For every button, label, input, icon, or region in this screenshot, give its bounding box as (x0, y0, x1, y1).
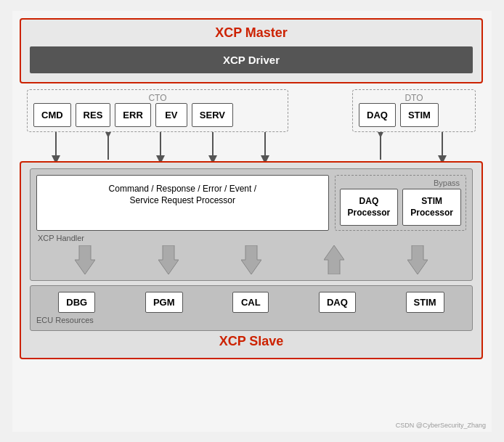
arrow-cmd (47, 132, 65, 161)
ecu-label: ECU Resources (36, 316, 466, 324)
arrow-serv (256, 132, 274, 161)
bypass-label: Bypass (434, 179, 460, 187)
ecu-resources: DBG PGM CAL DAQ STIM ECU Resources (30, 285, 473, 331)
packet-daq: DAQ (359, 103, 396, 127)
slave-top-row: Command / Response / Error / Event /Serv… (36, 175, 466, 232)
arrow-stim-dto (434, 132, 451, 161)
svg-marker-13 (241, 245, 261, 274)
svg-marker-12 (158, 245, 179, 274)
svg-marker-11 (75, 245, 95, 274)
arrow-err (152, 132, 169, 161)
slave-arrow-4 (324, 245, 344, 274)
ecu-dbg: DBG (58, 292, 95, 313)
arrow-res (99, 132, 117, 161)
daq-processor-box: DAQProcessor (340, 189, 399, 226)
slave-arrow-3 (241, 245, 261, 274)
slave-arrow-2 (158, 245, 179, 274)
stim-processor-box: STIMProcessor (402, 189, 461, 226)
full-layout: XCP Master XCP Driver CTO CMD RES ERR EV… (20, 18, 483, 360)
ecu-daq: DAQ (319, 292, 356, 313)
watermark: CSDN @CyberSecurity_Zhang (396, 422, 486, 429)
xcp-driver-box: XCP Driver (30, 46, 473, 73)
svg-marker-15 (407, 245, 428, 274)
xcp-master-box: XCP Master XCP Driver (20, 18, 483, 83)
xcp-slave-title: XCP Slave (30, 334, 473, 349)
xcp-master-title: XCP Master (30, 25, 473, 41)
slave-arrow-1 (75, 245, 95, 274)
packet-cmd: CMD (33, 103, 71, 127)
packet-serv: SERV (192, 103, 233, 127)
packet-err: ERR (115, 103, 150, 127)
cmd-response-box: Command / Response / Error / Event /Serv… (36, 175, 329, 232)
ecu-resources-row: DBG PGM CAL DAQ STIM (36, 292, 466, 313)
slave-arrow-5 (407, 245, 428, 274)
ecu-stim: STIM (406, 292, 444, 313)
cto-group: CTO CMD RES ERR EV SERV (27, 89, 288, 132)
diagram-container: XCP Master XCP Driver CTO CMD RES ERR EV… (12, 11, 492, 432)
bypass-group: Bypass DAQProcessor STIMProcessor (335, 175, 466, 232)
xcp-handler-label: XCP Handler (36, 234, 466, 242)
slave-inner: Command / Response / Error / Event /Serv… (30, 168, 473, 282)
xcp-slave-box: Command / Response / Error / Event /Serv… (20, 161, 483, 360)
cmd-response-text: Command / Response / Error / Event /Serv… (109, 184, 256, 206)
dto-label: DTO (405, 93, 423, 103)
arrow-ev (204, 132, 221, 161)
ecu-cal: CAL (232, 292, 269, 313)
cto-label: CTO (148, 93, 166, 103)
ecu-pgm: PGM (145, 292, 183, 313)
svg-marker-14 (324, 245, 344, 274)
dto-group: DTO DAQ STIM (352, 89, 476, 132)
arrow-daq-dto (372, 132, 389, 161)
packet-ev: EV (155, 103, 187, 127)
packet-stim: STIM (400, 103, 439, 127)
packet-res: RES (76, 103, 111, 127)
